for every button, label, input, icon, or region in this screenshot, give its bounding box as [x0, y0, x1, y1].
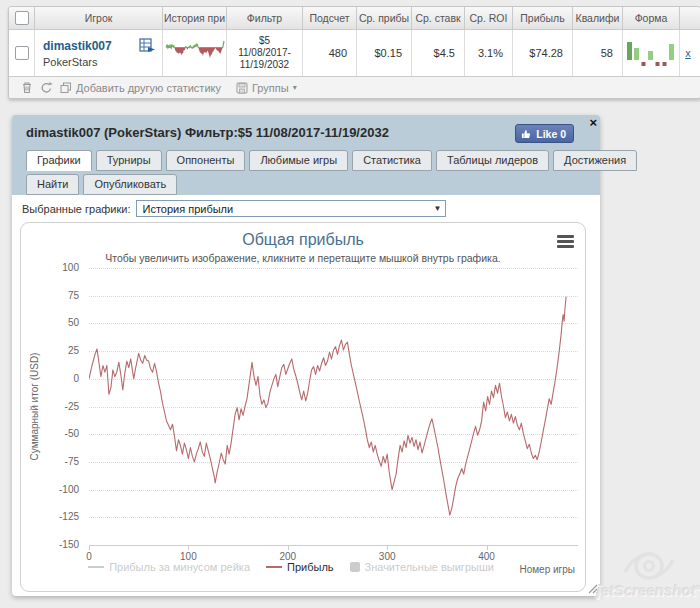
like-label: Like 0: [536, 128, 566, 140]
add-statistic-label: Добавить другую статистику: [76, 82, 221, 94]
tabs-row-2: НайтиОпубликовать: [26, 174, 177, 195]
selected-graphs-row: Выбранные графики: История прибыли ▼: [22, 200, 446, 217]
legend-item-disabled[interactable]: Прибыль за минусом рейка: [88, 561, 250, 573]
add-statistic-button[interactable]: Добавить другую статистику: [60, 82, 221, 94]
filter-line: 11/08/2017-: [238, 47, 291, 59]
stats-table-card: ИгрокИстория приФильтрПодсчетСр. прибыСр…: [8, 6, 700, 99]
row-checkbox[interactable]: [15, 46, 29, 60]
column-header-10[interactable]: Форма: [623, 7, 680, 29]
legend-label: Значительные выигрыши: [365, 561, 494, 573]
x-tick-mark: [288, 546, 289, 550]
y-tick-label: 0: [21, 373, 79, 385]
y-tick-label: 100: [21, 262, 79, 274]
column-header-2[interactable]: История при: [163, 7, 227, 29]
history-sparkline: [165, 38, 225, 68]
history-sparkline-cell[interactable]: [163, 30, 227, 76]
groups-button[interactable]: Группы ▾: [236, 82, 297, 94]
watermark: jetScreenshotcom: [597, 550, 700, 608]
legend-item-enabled[interactable]: Прибыль: [266, 561, 334, 573]
y-tick-label: -150: [21, 539, 79, 551]
column-header-4[interactable]: Подсчет: [303, 7, 357, 29]
graph-select-value: История прибыли: [142, 203, 233, 215]
tab-Опубликовать[interactable]: Опубликовать: [83, 174, 177, 195]
groups-caret-icon: ▾: [293, 83, 297, 92]
tab-Найти[interactable]: Найти: [26, 174, 79, 195]
tab-Достижения[interactable]: Достижения: [553, 150, 637, 171]
chart-legend: Прибыль за минусом рейкаПрибыльЗначитель…: [21, 561, 561, 573]
column-header-3[interactable]: Фильтр: [227, 7, 303, 29]
table-row: dimastik007 PokerStars $5 11/08/2017- 11…: [9, 30, 700, 77]
x-tick-mark: [89, 546, 90, 550]
y-tick-label: 25: [21, 345, 79, 357]
tab-Графики[interactable]: Графики: [26, 150, 92, 171]
column-header-6[interactable]: Ср. ставк: [412, 7, 465, 29]
select-all-checkbox[interactable]: [15, 11, 29, 25]
chart-title: Общая прибыль: [21, 231, 585, 249]
tab-Оппоненты[interactable]: Оппоненты: [166, 150, 246, 171]
legend-label: Прибыль: [287, 561, 334, 573]
watermark-text: jetScreenshotcom: [597, 582, 700, 599]
chart-menu-icon[interactable]: [557, 235, 574, 250]
table-toolbar: Добавить другую статистику Группы ▾: [9, 77, 700, 98]
column-header-5[interactable]: Ср. прибы: [357, 7, 412, 29]
selected-graphs-label: Выбранные графики:: [22, 203, 130, 215]
graph-select[interactable]: История прибыли ▼: [136, 200, 446, 217]
panel-content: Выбранные графики: История прибыли ▼ Общ…: [12, 195, 600, 596]
player-panel: × dimastik007 (PokerStars) Фильтр:$5 11/…: [12, 115, 600, 596]
avg-stake-cell: $4.5: [412, 30, 465, 76]
legend-line-icon: [88, 566, 104, 568]
tab-Статистика[interactable]: Статистика: [352, 150, 432, 171]
legend-square-icon: [350, 562, 360, 572]
y-tick-label: -25: [21, 401, 79, 413]
player-cell: dimastik007 PokerStars: [35, 30, 163, 76]
facebook-like-button[interactable]: Like 0: [515, 124, 574, 143]
y-tick-label: -125: [21, 511, 79, 523]
y-tick-label: 75: [21, 290, 79, 302]
legend-label: Прибыль за минусом рейка: [109, 561, 250, 573]
y-tick-label: -100: [21, 484, 79, 496]
y-tick-label: 50: [21, 317, 79, 329]
avg-roi-cell: 3.1%: [465, 30, 513, 76]
tab-Таблицы лидеров[interactable]: Таблицы лидеров: [436, 150, 549, 171]
y-tick-label: -50: [21, 428, 79, 440]
header-spacer-cell: [680, 7, 696, 29]
column-header-8[interactable]: Прибыль: [513, 7, 573, 29]
page: ИгрокИстория приФильтрПодсчетСр. прибыСр…: [0, 0, 700, 608]
player-site: PokerStars: [43, 56, 97, 68]
delete-button[interactable]: [21, 81, 33, 94]
row-checkbox-cell: [9, 30, 35, 76]
qualified-cell: 58: [573, 30, 623, 76]
column-header-9[interactable]: Квалифи: [573, 7, 623, 29]
tab-Турниры[interactable]: Турниры: [96, 150, 162, 171]
x-tick-mark: [188, 546, 189, 550]
header-checkbox-cell: [9, 7, 35, 29]
avg-profit-cell: $0.15: [357, 30, 412, 76]
groups-label: Группы: [252, 82, 289, 94]
column-header-1[interactable]: Игрок: [35, 7, 163, 29]
x-tick-mark: [387, 546, 388, 550]
column-header-7[interactable]: Ср. ROI: [465, 7, 513, 29]
legend-item-disabled[interactable]: Значительные выигрыши: [350, 561, 494, 573]
form-cell: [623, 30, 680, 76]
remove-link[interactable]: x: [685, 47, 691, 59]
panel-title: dimastik007 (PokerStars) Фильтр:$5 11/08…: [26, 125, 389, 140]
filter-cell: $5 11/08/2017- 11/19/2032: [227, 30, 303, 76]
remove-cell: x: [680, 30, 696, 76]
tab-Любимые игры[interactable]: Любимые игры: [249, 150, 348, 171]
select-caret-icon: ▼: [434, 204, 442, 213]
panel-close-icon[interactable]: ×: [589, 117, 597, 129]
refresh-button[interactable]: [40, 81, 53, 94]
x-axis-label: Номер игры: [519, 564, 575, 575]
chart-plot-area[interactable]: [89, 268, 578, 546]
filter-line: 11/19/2032: [240, 59, 289, 71]
profit-chart: Общая прибыль Чтобы увеличить изображени…: [20, 222, 586, 592]
y-tick-label: -75: [21, 456, 79, 468]
player-name-link[interactable]: dimastik007: [43, 39, 112, 53]
export-table-icon[interactable]: [139, 38, 156, 55]
watermark-logo-icon: [621, 550, 677, 582]
x-tick-mark: [487, 546, 488, 550]
filter-line: $5: [259, 35, 270, 47]
count-cell: 480: [303, 30, 357, 76]
chart-subtitle: Чтобы увеличить изображение, кликните и …: [21, 252, 585, 264]
profit-cell: $74.28: [513, 30, 573, 76]
